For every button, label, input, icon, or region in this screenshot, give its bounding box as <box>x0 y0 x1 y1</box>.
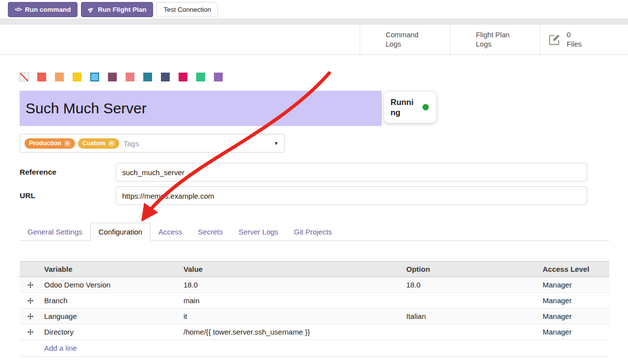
table-header: Variable Value Option Access Level <box>20 261 609 277</box>
color-swatch[interactable] <box>73 73 81 81</box>
flight-plan-logs-button[interactable]: Flight Plan Logs <box>450 25 540 54</box>
tab-secrets[interactable]: Secrets <box>190 223 231 240</box>
cell-value[interactable]: it <box>181 309 403 324</box>
remove-tag-icon[interactable]: × <box>108 140 115 147</box>
cell-value[interactable]: 18.0 <box>181 277 403 292</box>
command-logs-label-line2: Logs <box>386 40 419 49</box>
add-a-line-link[interactable]: Add a line <box>20 340 609 357</box>
cell-variable[interactable]: Language <box>41 309 181 324</box>
col-value: Value <box>181 261 403 277</box>
url-input[interactable] <box>116 186 587 205</box>
cell-access[interactable]: Manager <box>540 309 609 324</box>
color-swatch[interactable] <box>214 73 223 81</box>
tag-production[interactable]: Production × <box>25 138 75 149</box>
tab-git-projects[interactable]: Git Projects <box>286 223 340 240</box>
tags-field[interactable]: Production × Custom × Tags ▾ <box>20 134 285 153</box>
drag-handle-icon[interactable] <box>20 294 41 308</box>
color-swatch[interactable] <box>108 73 117 81</box>
tag-custom[interactable]: Custom × <box>78 138 119 149</box>
form-content: Such Much Server Production × Custom × T… <box>0 73 628 357</box>
col-variable: Variable <box>41 261 181 277</box>
col-access-level: Access Level <box>540 261 609 277</box>
color-swatch[interactable] <box>196 73 205 81</box>
cell-option[interactable] <box>403 329 540 336</box>
files-button[interactable]: 0 Files <box>540 25 628 54</box>
drag-handle-icon[interactable] <box>20 278 41 292</box>
paper-plane-icon <box>88 6 94 13</box>
table-row[interactable]: Branch main Manager <box>20 293 609 309</box>
table-row[interactable]: Language it Italian Manager <box>20 309 609 324</box>
tab-access[interactable]: Access <box>151 223 190 240</box>
color-swatch[interactable] <box>143 73 152 81</box>
tags-placeholder: Tags <box>124 139 139 148</box>
drag-handle-icon[interactable] <box>20 310 41 323</box>
reference-label: Reference <box>20 168 116 177</box>
cell-variable[interactable]: Branch <box>41 293 181 308</box>
handle-column-header <box>20 266 41 273</box>
color-swatch[interactable] <box>55 73 64 81</box>
configuration-table: Variable Value Option Access Level Odoo … <box>20 261 609 357</box>
remove-tag-icon[interactable]: × <box>64 140 71 147</box>
files-label: Files <box>567 40 582 49</box>
server-name-input[interactable]: Such Much Server <box>20 91 382 126</box>
tag-label: Production <box>29 140 61 147</box>
test-connection-label: Test Connection <box>163 6 211 13</box>
cell-option[interactable]: 18.0 <box>403 277 540 292</box>
files-count: 0 <box>567 30 582 39</box>
run-flight-plan-label: Run Flight Plan <box>98 6 146 13</box>
caret-down-icon[interactable]: ▾ <box>275 140 278 147</box>
color-swatch[interactable] <box>37 73 46 81</box>
cell-option[interactable]: Italian <box>403 309 540 324</box>
flight-plan-logs-label-line2: Logs <box>476 40 510 49</box>
cell-value[interactable]: /home/{{ tower.server.ssh_username }} <box>181 324 403 339</box>
color-swatch[interactable] <box>126 73 134 81</box>
tab-server-logs[interactable]: Server Logs <box>231 223 286 240</box>
tag-label: Custom <box>82 140 105 147</box>
separator-strip <box>0 19 628 25</box>
cell-value[interactable]: main <box>181 293 403 308</box>
cell-variable[interactable]: Directory <box>41 324 181 339</box>
url-label: URL <box>20 191 116 200</box>
table-row[interactable]: Odoo Demo Version 18.0 18.0 Manager <box>20 277 609 293</box>
tab-configuration[interactable]: Configuration <box>90 223 151 241</box>
detail-fields: Reference URL <box>20 163 609 205</box>
status-label: Running <box>391 97 418 117</box>
tab-general-settings[interactable]: General Settings <box>20 223 90 240</box>
reference-input[interactable] <box>116 163 587 182</box>
edit-icon <box>548 33 561 46</box>
cell-variable[interactable]: Odoo Demo Version <box>41 277 181 292</box>
color-swatch[interactable] <box>161 73 170 81</box>
table-row[interactable]: Directory /home/{{ tower.server.ssh_user… <box>20 324 609 340</box>
color-swatch[interactable] <box>179 73 187 81</box>
run-command-label: Run command <box>25 6 71 13</box>
cell-access[interactable]: Manager <box>540 277 609 292</box>
action-toolbar: </> Run command Run Flight Plan Test Con… <box>0 0 628 19</box>
col-option: Option <box>403 261 540 277</box>
notebook-tabs: General Settings Configuration Access Se… <box>20 223 609 241</box>
command-logs-label-line1: Command <box>386 30 419 39</box>
status-badge[interactable]: Running <box>384 91 437 123</box>
code-icon: </> <box>15 6 22 12</box>
cell-option[interactable] <box>403 297 540 304</box>
run-flight-plan-button[interactable]: Run Flight Plan <box>81 2 153 17</box>
color-swatch[interactable] <box>90 73 99 81</box>
status-dot <box>422 104 429 110</box>
flight-plan-logs-label-line1: Flight Plan <box>476 30 510 39</box>
stat-button-bar: Command Logs Flight Plan Logs 0 Fil <box>0 25 628 55</box>
page: </> Run command Run Flight Plan Test Con… <box>0 0 628 364</box>
test-connection-button[interactable]: Test Connection <box>157 2 218 17</box>
color-picker <box>20 73 609 81</box>
drag-handle-icon[interactable] <box>20 325 41 339</box>
cell-access[interactable]: Manager <box>540 324 609 339</box>
cell-access[interactable]: Manager <box>540 293 609 308</box>
run-command-button[interactable]: </> Run command <box>8 2 78 17</box>
color-swatch-none[interactable] <box>20 73 28 81</box>
command-logs-button[interactable]: Command Logs <box>360 25 450 54</box>
